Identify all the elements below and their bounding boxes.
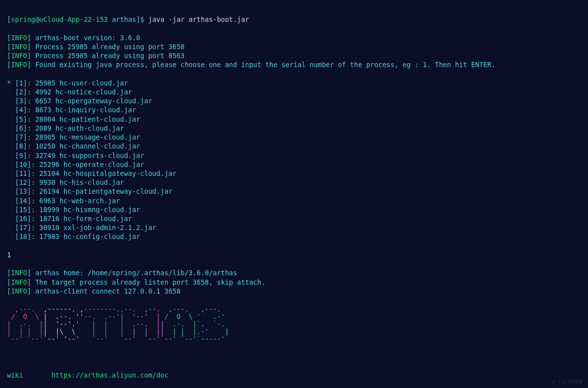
process-item: [12]: 9938 hc-his-cloud.jar: [7, 178, 581, 187]
process-item: [11]: 25104 hc-hospitalgateway-cloud.jar: [7, 169, 581, 178]
process-item: [3]: 6657 hc-opergateway-cloud.jar: [7, 96, 581, 105]
empty-line: [7, 353, 581, 362]
process-item: * [1]: 25985 hc-user-cloud.jar: [7, 78, 581, 87]
process-item: [6]: 2089 hc-auth-cloud.jar: [7, 124, 581, 133]
info-block: [INFO] arthas-boot version: 3.6.0[INFO] …: [7, 33, 581, 70]
process-item: [2]: 4992 hc-notice-cloud.jar: [7, 87, 581, 96]
process-item: [5]: 28004 hc-patient-cloud.jar: [7, 115, 581, 124]
info-line: [INFO] Process 25985 already using port …: [7, 42, 581, 51]
process-item: [10]: 25296 hc-operate-cloud.jar: [7, 160, 581, 169]
process-item: [16]: 18716 hc-form-cloud.jar: [7, 214, 581, 223]
user-input: 1: [7, 250, 581, 259]
post-info-block: [INFO] arthas home: /home/spring/.arthas…: [7, 268, 581, 296]
wiki-line: wiki https://arthas.aliyun.com/doc: [7, 371, 581, 380]
arthas-ascii-logo: ,---. ,------. ,--------.,--. ,--. ,---.…: [7, 306, 581, 342]
info-line: [INFO] Found existing java process, plea…: [7, 60, 581, 69]
info-line: [INFO] arthas-client connect 127.0.0.1 3…: [7, 287, 581, 296]
info-line: [INFO] The target process already listen…: [7, 278, 581, 287]
process-item: [15]: 18999 hc-hismng-cloud.jar: [7, 205, 581, 214]
process-item: [8]: 10250 hc-channel-cloud.jar: [7, 142, 581, 151]
watermark: @ 51CTO博客: [552, 379, 583, 386]
process-item: [14]: 6963 hc-web-arch.jar: [7, 196, 581, 205]
process-item: [17]: 30910 xxl-job-admin-2.1.2.jar: [7, 223, 581, 232]
command-line: [spring@uCloud-App-22-153 arthas]$ java …: [7, 15, 581, 24]
terminal-output[interactable]: [spring@uCloud-App-22-153 arthas]$ java …: [7, 6, 581, 388]
info-line: [INFO] arthas-boot version: 3.6.0: [7, 33, 581, 42]
info-line: [INFO] arthas home: /home/spring/.arthas…: [7, 268, 581, 277]
process-item: [18]: 17983 hc-config-cloud.jar: [7, 232, 581, 241]
process-item: [4]: 8673 hc-inquiry-cloud.jar: [7, 105, 581, 114]
process-item: [7]: 28905 hc-message-cloud.jar: [7, 133, 581, 142]
info-line: [INFO] Process 25985 already using port …: [7, 51, 581, 60]
process-item: [13]: 26194 hc-patientgateway-cloud.jar: [7, 187, 581, 196]
process-list: * [1]: 25985 hc-user-cloud.jar [2]: 4992…: [7, 78, 581, 241]
process-item: [9]: 32749 hc-supports-cloud.jar: [7, 151, 581, 160]
